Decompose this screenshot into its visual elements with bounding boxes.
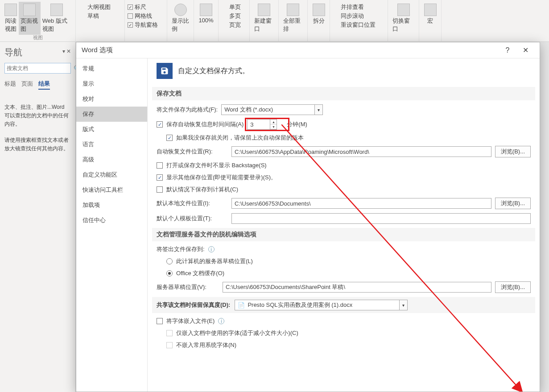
spin-up[interactable]: ▲ — [270, 120, 277, 124]
cat-general[interactable]: 常规 — [76, 61, 147, 76]
nav-close-icon[interactable]: ▾ ✕ — [62, 48, 71, 54]
embed-only-used-checkbox — [166, 330, 173, 336]
cat-proofing[interactable]: 校对 — [76, 91, 147, 107]
no-common-fonts-checkbox — [166, 342, 173, 348]
checkout-label: 将签出文件保存到: — [157, 245, 205, 253]
save-icon — [157, 63, 173, 79]
chevron-down-icon[interactable]: ▾ — [315, 104, 323, 115]
cat-advanced[interactable]: 高级 — [76, 152, 147, 167]
autosave-checkbox[interactable]: ✓ — [157, 121, 163, 128]
info-icon[interactable]: i — [218, 318, 224, 324]
doc-combo[interactable]: 📄Presto SQL实用函数及使用案例 (1).docx▾ — [235, 300, 408, 310]
close-button[interactable]: ✕ — [516, 46, 534, 54]
draft-view-button[interactable]: 草稿 — [78, 12, 99, 21]
side-by-side-button[interactable]: 并排查看 — [333, 3, 364, 12]
keep-last-label: 如果我没保存就关闭，请保留上次自动保留的版本 — [176, 134, 304, 142]
help-button[interactable]: ? — [499, 46, 516, 54]
single-page-button[interactable]: 单页 — [221, 3, 241, 12]
default-loc-input[interactable] — [231, 198, 491, 209]
ruler-checkbox[interactable]: ✓标尺 — [128, 3, 146, 12]
format-label: 将文件保存为此格式(F): — [157, 106, 218, 114]
web-view-button[interactable]: Web 版式视图 — [41, 2, 73, 35]
info-icon[interactable]: i — [208, 246, 215, 252]
format-combo[interactable]: Word 文档 (*.docx)▾ — [221, 104, 323, 115]
tab-result[interactable]: 结果 — [38, 80, 50, 90]
word-options-dialog: Word 选项 ? ✕ 常规 显示 校对 保存 版式 语言 高级 自定义功能区 … — [76, 42, 540, 392]
show-other-loc-checkbox[interactable]: ✓ — [157, 174, 163, 181]
cat-trust[interactable]: 信任中心 — [76, 213, 147, 228]
navpane-checkbox[interactable]: ✓导航窗格 — [128, 21, 158, 29]
category-list: 常规 显示 校对 保存 版式 语言 高级 自定义功能区 快速访问工具栏 加载项 … — [76, 58, 148, 392]
nav-tabs: 标题 页面 结果 — [4, 80, 71, 90]
navigation-pane: 导航 ▾ ✕ 🔍 标题 页面 结果 文本、批注、图片...Word 可以查找您的… — [0, 42, 76, 392]
arrange-all-button[interactable]: 全部重排 — [281, 2, 305, 35]
cat-language[interactable]: 语言 — [76, 137, 147, 152]
radio-server-label: 此计算机的服务器草稿位置(L) — [176, 257, 253, 265]
section-save-docs: 保存文档 — [152, 87, 535, 100]
no-common-fonts-label: 不嵌入常用系统字体(N) — [176, 341, 236, 349]
save-to-pc-checkbox[interactable] — [157, 186, 163, 193]
reset-pos-button: 重设窗口位置 — [333, 21, 376, 29]
radio-office-cache[interactable] — [166, 270, 173, 276]
chevron-down-icon[interactable]: ▾ — [400, 300, 408, 310]
page-view-button[interactable]: 页面视图 — [19, 2, 41, 35]
browse-recover-button[interactable]: 浏览(B)... — [495, 146, 531, 157]
cat-addins[interactable]: 加载项 — [76, 198, 147, 213]
recover-loc-label: 自动恢复文件位置(R): — [157, 148, 228, 156]
radio-server-draft[interactable] — [166, 258, 173, 264]
no-backstage-label: 打开或保存文件时不显示 Backstage(S) — [166, 161, 267, 169]
cat-save[interactable]: 保存 — [76, 107, 147, 122]
autosave-input[interactable] — [248, 121, 270, 128]
reading-view-button[interactable]: 阅读 视图 — [3, 2, 19, 35]
radio-cache-label: Office 文档缓存(O) — [176, 269, 224, 277]
split-button[interactable]: 拆分 — [311, 2, 327, 27]
cat-display[interactable]: 显示 — [76, 76, 147, 91]
nav-title: 导航 — [4, 46, 71, 58]
tab-heading[interactable]: 标题 — [4, 80, 16, 90]
save-to-pc-label: 默认情况下保存到计算机(C) — [166, 186, 238, 194]
search-input[interactable]: 🔍 — [4, 63, 71, 74]
new-window-button[interactable]: 新建窗口 — [252, 2, 276, 35]
server-draft-input[interactable] — [223, 282, 491, 293]
panel-heading: 自定义文档保存方式。 — [178, 66, 249, 76]
ribbon: 阅读 视图 页面视图 Web 版式视图 视图 大纲视图 草稿 ✓标尺 网格线 ✓… — [0, 0, 549, 42]
dialog-title: Word 选项 — [82, 46, 499, 54]
group-label-view: 视图 — [0, 34, 75, 41]
embed-fonts-label: 将字体嵌入文件(E) — [166, 317, 215, 325]
options-panel: 自定义文档保存方式。 保存文档 将文件保存为此格式(F): Word 文档 (*… — [148, 58, 540, 392]
section-fidelity: 共享该文档时保留保真度(D): 📄Presto SQL实用函数及使用案例 (1)… — [152, 297, 535, 313]
fidelity-label: 共享该文档时保留保真度(D): — [157, 301, 230, 309]
dialog-titlebar: Word 选项 ? ✕ — [76, 42, 540, 58]
embed-fonts-checkbox[interactable] — [157, 318, 163, 324]
server-draft-label: 服务器草稿位置(V): — [157, 283, 219, 291]
browse-default-button[interactable]: 浏览(B)... — [495, 198, 531, 209]
search-field[interactable] — [7, 65, 74, 71]
minutes-label: 分钟(M) — [287, 120, 307, 128]
switch-window-button[interactable]: 切换窗口 — [391, 2, 416, 35]
cat-layout[interactable]: 版式 — [76, 122, 147, 137]
no-backstage-checkbox[interactable] — [157, 162, 163, 169]
outline-view-button[interactable]: 大纲视图 — [78, 3, 111, 12]
template-loc-label: 默认个人模板位置(T): — [157, 215, 228, 223]
recover-loc-input[interactable] — [231, 146, 491, 157]
zoom-button[interactable]: 显示比例 — [170, 2, 191, 35]
nav-help-1: 文本、批注、图片...Word 可以查找您的文档中的任何内容。 — [4, 103, 71, 129]
autosave-interval-spinner[interactable]: ▲▼ — [247, 119, 277, 130]
zoom-100-button[interactable]: 100% — [197, 2, 215, 25]
macros-button[interactable]: 宏 — [422, 2, 438, 27]
cat-qat[interactable]: 快速访问工具栏 — [76, 182, 147, 198]
gridlines-checkbox[interactable]: 网格线 — [128, 12, 152, 21]
template-loc-input[interactable] — [231, 213, 531, 224]
spin-down[interactable]: ▼ — [270, 124, 277, 129]
nav-help-2: 请使用搜索框查找文本或者放大镜查找任何其他内容。 — [4, 136, 71, 153]
default-loc-label: 默认本地文件位置(I): — [157, 199, 228, 207]
embed-only-used-label: 仅嵌入文档中使用的字体(适于减小文件大小)(C) — [176, 329, 298, 337]
autosave-label: 保存自动恢复信息时间间隔(A) — [166, 120, 244, 128]
section-offline: 文档管理服务器文件的脱机编辑选项 — [152, 228, 535, 241]
browse-server-button[interactable]: 浏览(B)... — [495, 281, 531, 293]
page-width-button[interactable]: 页宽 — [221, 21, 241, 29]
multi-page-button[interactable]: 多页 — [221, 12, 241, 21]
keep-last-checkbox[interactable]: ✓ — [166, 135, 173, 141]
tab-page[interactable]: 页面 — [21, 80, 33, 90]
cat-customize-ribbon[interactable]: 自定义功能区 — [76, 167, 147, 182]
